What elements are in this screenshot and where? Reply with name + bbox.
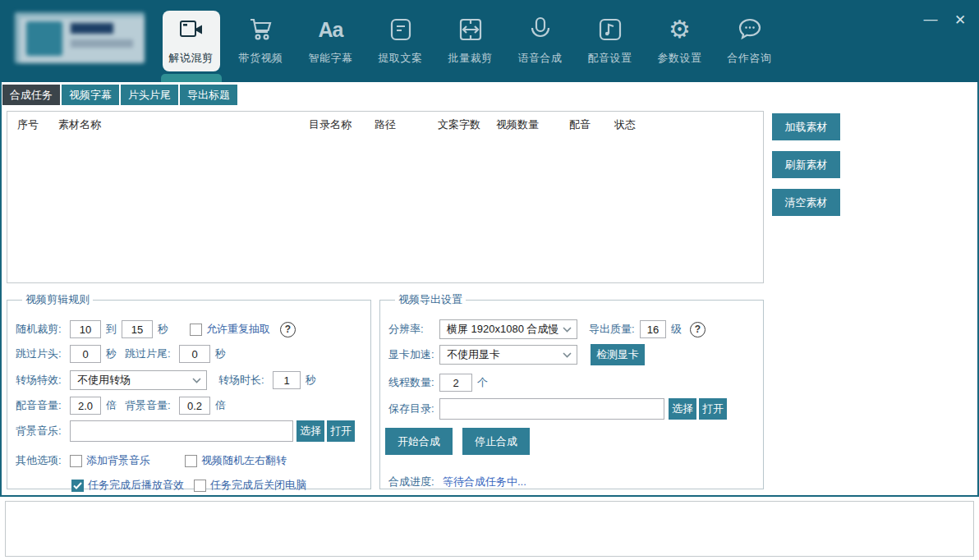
save-dir-label: 保存目录: <box>388 402 439 416</box>
app-header: 解说混剪 带货视频 Aa 智能字幕 <box>0 0 979 82</box>
progress-status: 等待合成任务中... <box>443 475 526 489</box>
tab-video-subtitle[interactable]: 视频字幕 <box>62 85 119 105</box>
other-options-row-2: 任务完成后播放音效 任务完成后关闭电脑 <box>16 475 306 496</box>
add-bg-music-checkbox[interactable] <box>70 455 82 467</box>
other-options-row: 其他选项: 添加背景音乐 视频随机左右翻转 <box>16 450 287 471</box>
load-materials-button[interactable]: 加载素材 <box>772 113 840 140</box>
seconds-label: 秒 <box>215 347 226 361</box>
main-nav: 解说混剪 带货视频 Aa 智能字幕 <box>156 0 784 82</box>
nav-item-product-video[interactable]: 带货视频 <box>226 0 296 82</box>
threads-label: 线程数量: <box>388 375 439 390</box>
transition-duration-input[interactable] <box>273 371 301 389</box>
save-dir-row: 保存目录: 选择 打开 <box>388 398 727 420</box>
nav-item-voice-synthesis[interactable]: 语音合成 <box>505 0 575 82</box>
column-header-path: 路径 <box>375 117 438 132</box>
shutdown-label: 任务完成后关闭电脑 <box>210 478 306 493</box>
gpu-accel-label: 显卡加速: <box>388 347 439 362</box>
app-window: 解说混剪 带货视频 Aa 智能字幕 <box>0 0 979 560</box>
nav-item-parameter-settings[interactable]: ⚙ 参数设置 <box>645 0 715 82</box>
bg-music-path-input[interactable] <box>70 420 293 442</box>
save-dir-input[interactable] <box>439 398 664 420</box>
minimize-button[interactable]: — <box>918 8 943 31</box>
bg-music-select-button[interactable]: 选择 <box>296 420 324 442</box>
transition-label: 转场特效: <box>16 373 70 388</box>
threads-input[interactable] <box>439 374 472 392</box>
stop-compose-button[interactable]: 停止合成 <box>462 428 530 455</box>
nav-label: 批量裁剪 <box>448 51 493 66</box>
chevron-down-icon <box>563 352 572 358</box>
tab-intro-outro[interactable]: 片头片尾 <box>121 85 178 105</box>
nav-item-smart-subtitles[interactable]: Aa 智能字幕 <box>296 0 365 82</box>
export-quality-input[interactable] <box>640 320 666 338</box>
add-bg-music-label: 添加背景音乐 <box>86 453 150 468</box>
export-settings-group: 视频导出设置 分辨率: 横屏 1920x1080 合成慢 导出质量: 级 ? 显… <box>379 292 764 489</box>
nav-item-cooperation[interactable]: 合作咨询 <box>715 0 784 82</box>
shutdown-checkbox[interactable] <box>194 480 206 492</box>
resolution-selected-value: 横屏 1920x1080 合成慢 <box>447 322 559 337</box>
random-crop-min-input[interactable] <box>70 320 101 338</box>
resolution-select[interactable]: 横屏 1920x1080 合成慢 <box>439 319 577 339</box>
nav-label: 合作咨询 <box>728 51 772 66</box>
random-crop-label: 随机裁剪: <box>16 322 70 337</box>
nav-item-commentary-mix[interactable]: 解说混剪 <box>163 11 220 71</box>
bg-music-row: 背景音乐: 选择 打开 <box>16 420 355 442</box>
materials-table: 序号 素材名称 目录名称 路径 文案字数 视频数量 配音 状态 <box>7 111 764 283</box>
random-crop-max-input[interactable] <box>122 320 153 338</box>
voice-volume-input[interactable] <box>70 397 101 415</box>
nav-label: 智能字幕 <box>309 51 353 66</box>
nav-label: 参数设置 <box>658 51 702 66</box>
save-dir-select-button[interactable]: 选择 <box>669 398 696 420</box>
document-icon <box>388 16 413 43</box>
gpu-select[interactable]: 不使用显卡 <box>439 345 577 365</box>
voice-volume-label: 配音音量: <box>16 398 70 413</box>
refresh-materials-button[interactable]: 刷新素材 <box>772 151 840 178</box>
app-logo <box>15 12 145 63</box>
resolution-row: 分辨率: 横屏 1920x1080 合成慢 导出质量: 级 ? <box>388 319 706 340</box>
log-panel <box>5 501 974 557</box>
subtitles-aa-icon: Aa <box>319 16 343 43</box>
nav-label: 语音合成 <box>518 51 563 66</box>
random-flip-checkbox[interactable] <box>185 455 197 467</box>
microphone-icon <box>528 16 553 43</box>
nav-item-extract-script[interactable]: 提取文案 <box>365 0 435 82</box>
random-crop-help-icon[interactable]: ? <box>280 322 296 337</box>
nav-label: 带货视频 <box>239 51 283 66</box>
close-button[interactable]: ✕ <box>948 8 972 31</box>
threads-row: 线程数量: 个 <box>388 372 493 393</box>
transition-select[interactable]: 不使用转场 <box>70 370 207 390</box>
skip-tail-input[interactable] <box>179 345 210 363</box>
column-header-status: 状态 <box>614 117 636 132</box>
chevron-down-icon <box>192 378 201 383</box>
chevron-down-icon <box>563 327 572 333</box>
save-dir-open-button[interactable]: 打开 <box>699 398 727 420</box>
nav-label: 配音设置 <box>588 51 632 66</box>
compose-actions-row: 开始合成 停止合成 <box>385 428 530 455</box>
clip-rules-title: 视频剪辑规则 <box>22 292 93 307</box>
column-header-directory-name: 目录名称 <box>309 117 375 132</box>
start-compose-button[interactable]: 开始合成 <box>385 428 453 455</box>
window-controls: — ✕ <box>918 8 972 31</box>
skip-head-input[interactable] <box>70 345 101 363</box>
nav-item-batch-crop[interactable]: 批量裁剪 <box>435 0 505 82</box>
batch-crop-icon <box>458 16 483 43</box>
other-options-label: 其他选项: <box>16 453 70 468</box>
allow-repeat-checkbox[interactable] <box>190 324 202 336</box>
bg-volume-input[interactable] <box>179 397 210 415</box>
clear-materials-button[interactable]: 清空素材 <box>772 189 840 216</box>
times-label: 倍 <box>215 398 226 413</box>
gpu-selected-value: 不使用显卡 <box>447 347 500 362</box>
nav-item-dubbing-settings[interactable]: 配音设置 <box>575 0 645 82</box>
export-quality-help-icon[interactable]: ? <box>690 322 706 337</box>
tab-export-title[interactable]: 导出标题 <box>180 85 237 105</box>
tab-compose-task[interactable]: 合成任务 <box>2 85 60 105</box>
play-sound-checkbox[interactable] <box>71 480 84 492</box>
column-header-material-name: 素材名称 <box>58 117 309 132</box>
skip-head-label: 跳过片头: <box>16 347 70 361</box>
check-icon <box>73 482 82 489</box>
bg-music-open-button[interactable]: 打开 <box>327 420 355 442</box>
column-header-index: 序号 <box>17 117 58 132</box>
detect-gpu-button[interactable]: 检测显卡 <box>591 344 645 365</box>
allow-repeat-label: 允许重复抽取 <box>206 322 270 337</box>
resolution-label: 分辨率: <box>388 322 439 337</box>
volume-row: 配音音量: 倍 背景音量: 倍 <box>16 395 231 416</box>
